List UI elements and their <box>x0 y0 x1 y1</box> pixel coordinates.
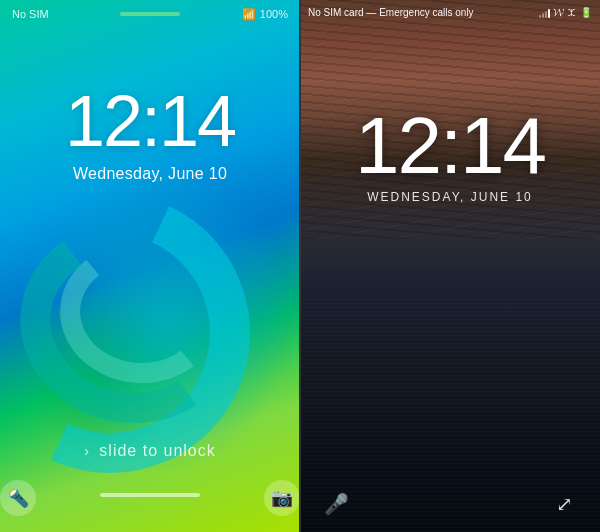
android-bluetooth-icon: ⯰ <box>567 7 577 18</box>
android-clock: 12:14 <box>300 100 600 192</box>
signal-bar-2 <box>542 13 544 18</box>
ios-wifi-icon: 📶 <box>242 8 256 21</box>
slide-unlock-label: slide to unlock <box>99 442 215 459</box>
android-sim-status: No SIM card — Emergency calls only <box>308 7 474 18</box>
expand-icon: ⤢ <box>556 492 573 516</box>
expand-button[interactable]: ⤢ <box>548 488 580 520</box>
signal-bar-3 <box>545 11 547 18</box>
android-bottom-bar: 🎤 ⤢ <box>300 480 600 532</box>
android-quick-actions: 🎤 ⤢ <box>300 488 600 520</box>
ios-bottom-bar: › slide to unlock 🔦 📷 <box>0 434 300 532</box>
ios-date: Wednesday, June 10 <box>0 165 300 183</box>
battery-symbol: 🔋 <box>580 7 592 18</box>
android-status-bar: No SIM card — Emergency calls only 𝓦 ⯰ 🔋 <box>300 0 600 24</box>
signal-icon <box>539 6 550 18</box>
ios-slide-to-unlock[interactable]: › slide to unlock <box>0 434 300 472</box>
ios-quick-actions: 🔦 📷 <box>0 472 300 532</box>
ios-clock: 12:14 <box>0 80 300 162</box>
camera-icon: 📷 <box>271 487 293 509</box>
android-wallpaper <box>300 0 600 532</box>
android-wifi-icon: 𝓦 <box>553 6 564 19</box>
signal-bar-1 <box>539 15 541 18</box>
ios-phone: No SIM 📶 100% 12:14 Wednesday, June 10 ›… <box>0 0 300 532</box>
phone-divider <box>299 0 301 532</box>
microphone-icon: 🎤 <box>324 492 349 516</box>
torch-icon: 🔦 <box>7 487 29 509</box>
ios-status-bar: No SIM 📶 100% <box>0 0 300 28</box>
torch-button[interactable]: 🔦 <box>0 480 36 516</box>
ios-status-right: 📶 100% <box>242 8 288 21</box>
android-status-icons: 𝓦 ⯰ 🔋 <box>539 6 592 19</box>
signal-bar-4 <box>548 9 550 18</box>
ios-battery-pct: 100% <box>260 8 288 20</box>
android-date: WEDNESDAY, JUNE 10 <box>300 190 600 204</box>
mic-button[interactable]: 🎤 <box>320 488 352 520</box>
android-battery-icon: 🔋 <box>580 7 592 18</box>
ios-home-indicator[interactable] <box>100 493 200 497</box>
ios-sim-status: No SIM <box>12 8 49 20</box>
camera-button[interactable]: 📷 <box>264 480 300 516</box>
chevron-right-icon: › <box>84 443 90 459</box>
ios-battery-bar <box>120 12 180 16</box>
android-phone: No SIM card — Emergency calls only 𝓦 ⯰ 🔋… <box>300 0 600 532</box>
